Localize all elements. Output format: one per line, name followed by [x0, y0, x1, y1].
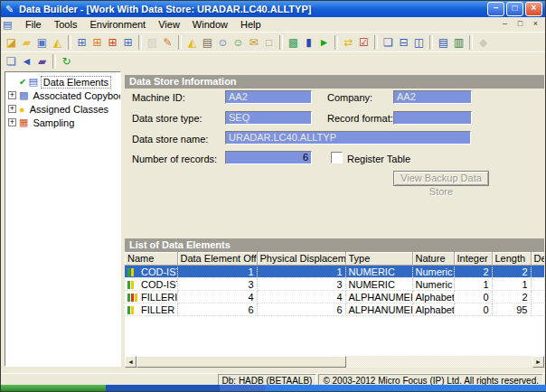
toolbar-separator	[469, 35, 473, 50]
toolbar-separator	[374, 35, 378, 50]
worker-blue-icon[interactable]: ☺	[215, 34, 231, 51]
task-check-icon[interactable]: ☑	[356, 34, 372, 51]
toolbar-separator	[334, 35, 338, 50]
cell-nature: Numeric	[412, 266, 454, 278]
copybook-icon: ▩	[19, 89, 28, 101]
table-row[interactable]: FILLER 6 6 ALPHANUMERIC Alphabetical 0 9…	[125, 303, 544, 316]
tree-item-sampling[interactable]: + ▦ Sampling	[5, 116, 120, 129]
sampling-chart-icon: ▦	[19, 117, 28, 128]
worker-green-icon[interactable]: ☺	[231, 34, 246, 51]
image-icon[interactable]: ▩	[286, 34, 301, 51]
scroll-left-button[interactable]: ◄	[125, 356, 136, 368]
edit-note-icon[interactable]: ✎	[160, 34, 175, 51]
tree-item-data-elements[interactable]: ✔ ▤ Data Elements	[5, 75, 120, 89]
tile-vertical-icon[interactable]: ◫	[411, 34, 427, 51]
tree-item-label: Assigned Classes	[28, 104, 110, 115]
column-header-decimal[interactable]: Decimal	[531, 252, 544, 266]
run-icon[interactable]: ►	[316, 34, 332, 51]
menu-view[interactable]: View	[152, 18, 186, 31]
computer-icon[interactable]: ▣	[34, 34, 50, 51]
folder-icon[interactable]: ▰	[19, 34, 34, 51]
book-icon[interactable]: ▮	[301, 34, 316, 51]
window-bars-icon[interactable]: ⊞	[89, 34, 105, 51]
table-row[interactable]: COD-IST-1 3 3 NUMERIC Numeric 1 1	[125, 278, 544, 291]
cell-decimal	[531, 291, 544, 303]
cell-integer: 0	[454, 303, 492, 316]
check-icon: ✔	[19, 77, 26, 87]
menu-tools[interactable]: Tools	[48, 18, 84, 31]
element-type-bars-icon	[127, 304, 138, 315]
number-of-records-field[interactable]: 6	[225, 151, 312, 164]
register-table-label: Register Table	[347, 154, 410, 164]
mail-send-icon[interactable]: ✉	[246, 34, 261, 51]
register-table-checkbox[interactable]	[331, 152, 343, 163]
taskbar-button-edge[interactable]	[220, 385, 265, 391]
page-gray-icon[interactable]: □	[261, 34, 277, 51]
cell-integer: 2	[454, 266, 492, 278]
refresh-icon[interactable]: ↻	[59, 53, 74, 70]
record-format-field[interactable]	[393, 111, 472, 125]
window-fire-icon[interactable]: ⊞	[105, 34, 120, 51]
expand-icon[interactable]: +	[8, 118, 16, 126]
cell-type: NUMERIC	[345, 266, 412, 278]
mdi-restore-button[interactable]: □	[513, 18, 528, 32]
close-button[interactable]: ×	[525, 2, 542, 16]
column-header-displacement[interactable]: Physical Displacement	[257, 252, 345, 266]
open-data-store-icon[interactable]: ◪	[4, 34, 19, 51]
column-header-offset[interactable]: Data Element Offset▴	[177, 252, 257, 266]
cell-offset: 1	[177, 266, 257, 278]
navigate-icon[interactable]: ◄	[19, 53, 34, 70]
scroll-right-button[interactable]: ►	[532, 356, 544, 368]
minimize-button[interactable]: –	[487, 2, 504, 16]
mdi-minimize-button[interactable]: –	[497, 18, 513, 32]
window-chart-icon[interactable]: ⊞	[74, 34, 89, 51]
company-field[interactable]: AA2	[393, 90, 472, 104]
cascade-windows-icon[interactable]: ❏	[381, 34, 396, 51]
navigation-tree: ✔ ▤ Data Elements + ▩ Associated Copyboo…	[5, 71, 121, 367]
cell-offset: 6	[177, 303, 257, 316]
table-row[interactable]: COD-IST 1 1 NUMERIC Numeric 2 2	[125, 266, 544, 278]
start-button-edge[interactable]	[1, 385, 106, 391]
column-header-nature[interactable]: Nature	[412, 252, 454, 266]
tree-item-label: Data Elements	[41, 76, 111, 89]
column-header-length[interactable]: Length	[492, 252, 531, 266]
chart-view-icon[interactable]: ▥	[451, 34, 466, 51]
tree-item-associated-copybook[interactable]: + ▩ Associated Copybook	[5, 89, 120, 102]
tree-item-assigned-classes[interactable]: + ● Assigned Classes	[5, 102, 120, 116]
app-window: ✎ Data Builder - [Work With Data Store: …	[0, 0, 546, 392]
mdi-system-icon[interactable]: ▤	[3, 19, 15, 30]
restore-button[interactable]: □	[506, 2, 523, 16]
data-store-name-label: Data store name:	[132, 134, 208, 145]
mdi-close-button[interactable]: ×	[528, 18, 543, 32]
window-grid-icon[interactable]: ⊞	[120, 34, 136, 51]
bell-icon[interactable]: ◭	[50, 34, 65, 51]
edit-window-icon[interactable]: ❏	[4, 53, 19, 70]
alert-bell-icon[interactable]: ◭	[184, 34, 200, 51]
menu-environment[interactable]: Environment	[83, 18, 152, 31]
toolbar-separator	[138, 35, 142, 50]
menu-help[interactable]: Help	[234, 18, 268, 31]
table-row[interactable]: FILLERINO 4 4 ALPHANUMERIC Alphabetical …	[125, 291, 544, 303]
column-header-name[interactable]: Name	[125, 252, 177, 266]
column-header-integer[interactable]: Integer	[454, 252, 492, 266]
menu-window[interactable]: Window	[186, 18, 234, 31]
toolbar-separator	[429, 35, 433, 50]
column-header-type[interactable]: Type	[345, 252, 412, 266]
cell-nature: Alphabetical	[412, 291, 454, 303]
menu-file[interactable]: File	[19, 18, 48, 31]
data-store-name-field[interactable]: URADAR.LC40.ALLTYP	[225, 131, 471, 145]
expand-icon[interactable]: +	[8, 105, 16, 113]
printer-icon[interactable]: ▤	[200, 34, 215, 51]
scrollbar-thumb[interactable]	[136, 356, 346, 368]
swap-icon[interactable]: ⇄	[341, 34, 356, 51]
tile-horizontal-icon[interactable]: ⊟	[396, 34, 411, 51]
machine-id-field[interactable]: AA2	[225, 90, 312, 104]
details-view-icon[interactable]: ▤	[436, 34, 451, 51]
folder-image-icon[interactable]: ▰	[34, 53, 50, 70]
cell-displacement: 1	[257, 266, 345, 278]
cell-name: FILLERINO	[125, 291, 177, 303]
horizontal-scrollbar[interactable]: ◄ ►	[125, 356, 544, 368]
data-store-type-field[interactable]: SEQ	[225, 111, 312, 125]
expand-icon[interactable]: +	[8, 91, 16, 99]
cell-decimal	[531, 303, 544, 316]
